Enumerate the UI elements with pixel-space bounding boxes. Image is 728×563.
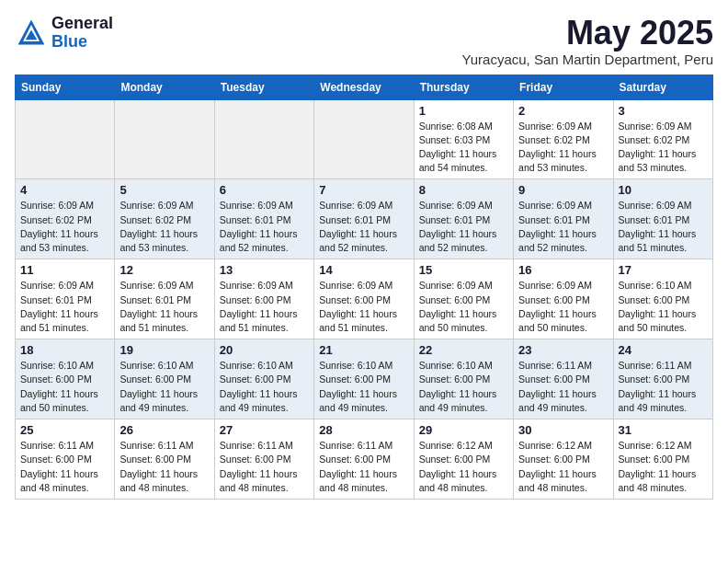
calendar-cell: 2Sunrise: 6:09 AM Sunset: 6:02 PM Daylig… [514, 99, 613, 179]
day-info: Sunrise: 6:10 AM Sunset: 6:00 PM Dayligh… [119, 359, 209, 415]
day-info: Sunrise: 6:09 AM Sunset: 6:01 PM Dayligh… [518, 199, 608, 255]
day-number: 7 [319, 183, 408, 197]
calendar-cell: 20Sunrise: 6:10 AM Sunset: 6:00 PM Dayli… [214, 339, 313, 419]
calendar-cell: 3Sunrise: 6:09 AM Sunset: 6:02 PM Daylig… [613, 99, 712, 179]
day-info: Sunrise: 6:09 AM Sunset: 6:01 PM Dayligh… [20, 279, 109, 335]
calendar-cell: 31Sunrise: 6:12 AM Sunset: 6:00 PM Dayli… [613, 419, 712, 500]
calendar-week-row: 11Sunrise: 6:09 AM Sunset: 6:01 PM Dayli… [16, 259, 713, 339]
day-info: Sunrise: 6:11 AM Sunset: 6:00 PM Dayligh… [319, 439, 408, 495]
day-number: 28 [319, 423, 408, 437]
weekday-header-monday: Monday [115, 75, 214, 99]
calendar-cell: 26Sunrise: 6:11 AM Sunset: 6:00 PM Dayli… [115, 419, 214, 500]
day-number: 17 [619, 263, 708, 277]
calendar-cell: 18Sunrise: 6:10 AM Sunset: 6:00 PM Dayli… [16, 339, 115, 419]
calendar-cell: 7Sunrise: 6:09 AM Sunset: 6:01 PM Daylig… [314, 179, 414, 259]
day-info: Sunrise: 6:11 AM Sunset: 6:00 PM Dayligh… [518, 359, 608, 415]
calendar-cell: 10Sunrise: 6:09 AM Sunset: 6:01 PM Dayli… [613, 179, 712, 259]
day-number: 8 [419, 183, 508, 197]
day-number: 29 [419, 423, 508, 437]
calendar-cell: 11Sunrise: 6:09 AM Sunset: 6:01 PM Dayli… [16, 259, 115, 339]
calendar-cell [214, 99, 313, 179]
logo-text: General Blue [51, 15, 113, 52]
calendar-week-row: 1Sunrise: 6:08 AM Sunset: 6:03 PM Daylig… [16, 99, 713, 179]
weekday-header-wednesday: Wednesday [314, 75, 414, 99]
day-number: 12 [119, 263, 209, 277]
day-number: 14 [319, 263, 408, 277]
day-info: Sunrise: 6:10 AM Sunset: 6:00 PM Dayligh… [20, 359, 109, 415]
calendar-cell: 12Sunrise: 6:09 AM Sunset: 6:01 PM Dayli… [115, 259, 214, 339]
day-number: 15 [419, 263, 508, 277]
day-info: Sunrise: 6:10 AM Sunset: 6:00 PM Dayligh… [220, 359, 309, 415]
weekday-header-saturday: Saturday [613, 75, 712, 99]
calendar-cell: 16Sunrise: 6:09 AM Sunset: 6:00 PM Dayli… [514, 259, 613, 339]
calendar-cell: 17Sunrise: 6:10 AM Sunset: 6:00 PM Dayli… [613, 259, 712, 339]
calendar-cell: 29Sunrise: 6:12 AM Sunset: 6:00 PM Dayli… [414, 419, 513, 500]
day-info: Sunrise: 6:09 AM Sunset: 6:00 PM Dayligh… [518, 279, 608, 335]
day-number: 30 [518, 423, 608, 437]
calendar-table: SundayMondayTuesdayWednesdayThursdayFrid… [15, 75, 713, 500]
day-number: 16 [518, 263, 608, 277]
day-number: 23 [518, 343, 608, 357]
calendar-cell: 6Sunrise: 6:09 AM Sunset: 6:01 PM Daylig… [214, 179, 313, 259]
calendar-cell: 27Sunrise: 6:11 AM Sunset: 6:00 PM Dayli… [214, 419, 313, 500]
day-info: Sunrise: 6:08 AM Sunset: 6:03 PM Dayligh… [419, 120, 508, 176]
calendar-week-row: 4Sunrise: 6:09 AM Sunset: 6:02 PM Daylig… [16, 179, 713, 259]
calendar-cell: 19Sunrise: 6:10 AM Sunset: 6:00 PM Dayli… [115, 339, 214, 419]
weekday-header-sunday: Sunday [16, 75, 115, 99]
day-number: 26 [119, 423, 209, 437]
day-number: 25 [20, 423, 109, 437]
day-info: Sunrise: 6:09 AM Sunset: 6:00 PM Dayligh… [220, 279, 309, 335]
page-header: General Blue May 2025 Yuracyacu, San Mar… [15, 15, 713, 67]
calendar-cell: 28Sunrise: 6:11 AM Sunset: 6:00 PM Dayli… [314, 419, 414, 500]
logo: General Blue [15, 15, 113, 52]
day-number: 3 [619, 104, 708, 118]
day-number: 1 [419, 104, 508, 118]
day-number: 20 [220, 343, 309, 357]
calendar-cell [16, 99, 115, 179]
day-info: Sunrise: 6:09 AM Sunset: 6:02 PM Dayligh… [119, 199, 209, 255]
calendar-week-row: 18Sunrise: 6:10 AM Sunset: 6:00 PM Dayli… [16, 339, 713, 419]
day-number: 4 [20, 183, 109, 197]
day-number: 19 [119, 343, 209, 357]
calendar-cell: 21Sunrise: 6:10 AM Sunset: 6:00 PM Dayli… [314, 339, 414, 419]
day-number: 5 [119, 183, 209, 197]
calendar-week-row: 25Sunrise: 6:11 AM Sunset: 6:00 PM Dayli… [16, 419, 713, 500]
day-number: 11 [20, 263, 109, 277]
day-info: Sunrise: 6:12 AM Sunset: 6:00 PM Dayligh… [619, 439, 708, 495]
day-info: Sunrise: 6:09 AM Sunset: 6:01 PM Dayligh… [220, 199, 309, 255]
calendar-cell [314, 99, 414, 179]
day-info: Sunrise: 6:11 AM Sunset: 6:00 PM Dayligh… [20, 439, 109, 495]
calendar-cell: 24Sunrise: 6:11 AM Sunset: 6:00 PM Dayli… [613, 339, 712, 419]
day-info: Sunrise: 6:09 AM Sunset: 6:02 PM Dayligh… [518, 120, 608, 176]
calendar-cell [115, 99, 214, 179]
calendar-cell: 25Sunrise: 6:11 AM Sunset: 6:00 PM Dayli… [16, 419, 115, 500]
calendar-cell: 8Sunrise: 6:09 AM Sunset: 6:01 PM Daylig… [414, 179, 513, 259]
calendar-cell: 15Sunrise: 6:09 AM Sunset: 6:00 PM Dayli… [414, 259, 513, 339]
day-number: 18 [20, 343, 109, 357]
day-info: Sunrise: 6:10 AM Sunset: 6:00 PM Dayligh… [619, 279, 708, 335]
day-info: Sunrise: 6:10 AM Sunset: 6:00 PM Dayligh… [319, 359, 408, 415]
calendar-cell: 30Sunrise: 6:12 AM Sunset: 6:00 PM Dayli… [514, 419, 613, 500]
calendar-cell: 4Sunrise: 6:09 AM Sunset: 6:02 PM Daylig… [16, 179, 115, 259]
day-number: 2 [518, 104, 608, 118]
day-number: 13 [220, 263, 309, 277]
day-number: 27 [220, 423, 309, 437]
day-info: Sunrise: 6:11 AM Sunset: 6:00 PM Dayligh… [119, 439, 209, 495]
day-number: 10 [619, 183, 708, 197]
day-number: 21 [319, 343, 408, 357]
day-number: 31 [619, 423, 708, 437]
calendar-header-row: SundayMondayTuesdayWednesdayThursdayFrid… [16, 75, 713, 99]
calendar-cell: 9Sunrise: 6:09 AM Sunset: 6:01 PM Daylig… [514, 179, 613, 259]
day-info: Sunrise: 6:10 AM Sunset: 6:00 PM Dayligh… [419, 359, 508, 415]
location-subtitle: Yuracyacu, San Martin Department, Peru [462, 52, 713, 67]
weekday-header-thursday: Thursday [414, 75, 513, 99]
day-info: Sunrise: 6:09 AM Sunset: 6:01 PM Dayligh… [419, 199, 508, 255]
day-number: 6 [220, 183, 309, 197]
weekday-header-tuesday: Tuesday [214, 75, 313, 99]
day-info: Sunrise: 6:12 AM Sunset: 6:00 PM Dayligh… [419, 439, 508, 495]
day-number: 22 [419, 343, 508, 357]
title-block: May 2025 Yuracyacu, San Martin Departmen… [462, 15, 713, 67]
calendar-cell: 1Sunrise: 6:08 AM Sunset: 6:03 PM Daylig… [414, 99, 513, 179]
day-info: Sunrise: 6:09 AM Sunset: 6:02 PM Dayligh… [619, 120, 708, 176]
calendar-cell: 5Sunrise: 6:09 AM Sunset: 6:02 PM Daylig… [115, 179, 214, 259]
